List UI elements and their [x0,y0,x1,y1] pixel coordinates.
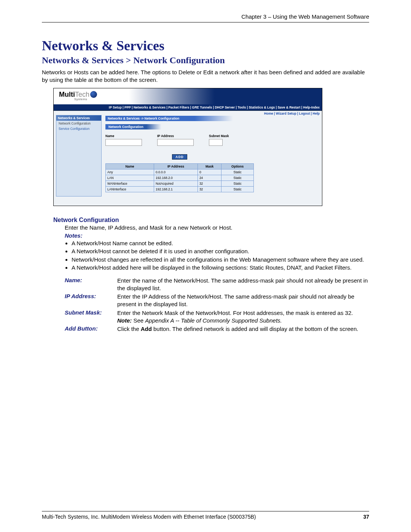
field-desc-ip: Enter the IP Address of the Network/Host… [117,293,369,308]
note-item: Network/Host changes are reflected in al… [72,256,369,264]
add-button[interactable]: ADD [172,154,187,160]
field-desc-name: Enter the name of the Network/Host. The … [117,277,369,292]
th-mask: Mask [198,163,221,169]
breadcrumb: Networks & Services -> Network Configura… [105,116,318,121]
field-desc-add: Click the Add button. The defined networ… [117,325,369,333]
th-ip: IP Address [154,163,198,169]
ip-input[interactable] [157,139,194,146]
mask-label: Subnet Mask [209,134,229,138]
table-row: WANInterfaceNotAcquired32Static [106,181,254,186]
sidebar-title: Networks & Services [56,115,101,121]
note-item: A Network/Host Name cannot be edited. [72,240,369,247]
page-title-h2: Networks & Services > Network Configurat… [42,55,369,66]
table-row: Any0.0.0.00Static [106,169,254,175]
page-footer: Multi-Tech Systems, Inc. MultiModem Wire… [42,511,369,520]
chapter-header: Chapter 3 – Using the Web Management Sof… [42,13,369,22]
field-desc-mask: Enter the Network Mask of the Network/Ho… [117,309,369,325]
name-label: Name [105,134,142,138]
multitech-logo: MultiTech Systems [59,91,97,101]
name-input[interactable] [105,139,142,146]
note-item: A Network/Host cannot be deleted if it i… [72,248,369,255]
field-label-mask: Subnet Mask: [65,309,117,325]
footer-text: Multi-Tech Systems, Inc. MultiModem Wire… [42,514,256,520]
section-lead: Enter the Name, IP Address, and Mask for… [65,224,369,231]
field-label-ip: IP Address: [65,293,117,308]
top-nav-menu[interactable]: IP Setup | PPP | Networks & Services | P… [54,104,322,111]
notes-list: A Network/Host Name cannot be edited. A … [72,240,369,272]
mask-input[interactable] [209,139,223,146]
networks-table: Name IP Address Mask Options Any0.0.0.00… [105,163,254,192]
th-options: Options [221,163,254,169]
section-heading: Network Configuration [53,217,369,224]
table-row: LAN192.168.2.024Static [106,175,254,181]
notes-label: Notes: [65,232,369,239]
field-label-name: Name: [65,277,117,292]
note-item: A Network/Host added here will be displa… [72,264,369,272]
page-title-h1: Networks & Services [42,38,369,54]
intro-text: Networks or Hosts can be added here. The… [42,69,369,84]
table-row: LANInterface192.168.2.132Static [106,186,254,192]
th-name: Name [106,163,154,169]
page-number: 37 [363,514,369,520]
sidebar-box: Networks & Services Network Configuratio… [56,115,102,197]
sidebar-item-network-config[interactable]: Network Configuration [56,121,101,126]
field-label-add: Add Button: [65,325,117,333]
embedded-screenshot: MultiTech Systems IP Setup | PPP | Netwo… [53,88,322,206]
sidebar-item-service-config[interactable]: Service Configuration [56,126,101,131]
panel-title: Network Configuration [105,124,180,129]
ip-label: IP Address [157,134,194,138]
